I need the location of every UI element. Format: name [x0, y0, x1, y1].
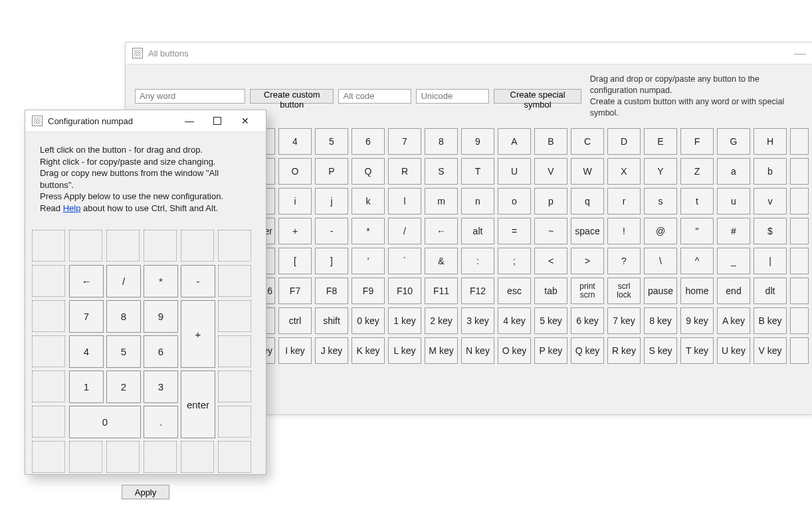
- key-button[interactable]: pause: [644, 278, 677, 304]
- key-button[interactable]: ;: [498, 248, 531, 274]
- key-button[interactable]: 6 key: [571, 307, 604, 334]
- key-button[interactable]: >: [571, 248, 604, 274]
- key-button[interactable]: @: [644, 218, 677, 244]
- key-button[interactable]: ctrl: [278, 307, 312, 334]
- numpad-key[interactable]: +: [181, 300, 215, 368]
- key-button[interactable]: F8: [315, 278, 348, 304]
- key-button[interactable]: 8: [425, 128, 458, 155]
- key-button[interactable]: G: [717, 128, 750, 155]
- key-button[interactable]: F10: [388, 278, 421, 304]
- key-button[interactable]: [790, 158, 809, 185]
- key-button[interactable]: 0 key: [352, 307, 385, 334]
- key-button[interactable]: -: [315, 218, 348, 244]
- key-button[interactable]: Y: [644, 158, 677, 185]
- numpad-key[interactable]: 3: [144, 371, 178, 403]
- numpad-key[interactable]: /: [106, 265, 141, 297]
- numpad-slot[interactable]: [144, 441, 177, 473]
- key-button[interactable]: F12: [461, 278, 494, 304]
- key-button[interactable]: 8 key: [644, 307, 677, 334]
- numpad-key[interactable]: 6: [144, 335, 178, 368]
- key-button[interactable]: 7: [388, 128, 421, 155]
- numpad-slot[interactable]: [69, 441, 102, 473]
- numpad-slot[interactable]: [32, 300, 65, 332]
- key-button[interactable]: A key: [717, 307, 750, 334]
- key-button[interactable]: S key: [644, 337, 677, 364]
- numpad-slot[interactable]: [181, 230, 214, 262]
- key-button[interactable]: 4: [278, 128, 312, 155]
- key-button[interactable]: *: [352, 218, 385, 244]
- key-button[interactable]: s: [644, 188, 677, 214]
- create-special-symbol-button[interactable]: Create special symbol: [494, 89, 581, 104]
- numpad-key[interactable]: 0: [69, 406, 141, 438]
- key-button[interactable]: 7 key: [607, 307, 641, 334]
- key-button[interactable]: A: [498, 128, 531, 155]
- key-button[interactable]: i: [278, 188, 312, 214]
- key-button[interactable]: B: [534, 128, 567, 155]
- key-button[interactable]: X: [607, 158, 641, 185]
- key-button[interactable]: D: [607, 128, 641, 155]
- numpad-key[interactable]: -: [181, 265, 215, 297]
- numpad-key[interactable]: 8: [106, 300, 141, 333]
- numpad-slot[interactable]: [32, 335, 65, 367]
- key-button[interactable]: m: [425, 188, 458, 214]
- key-button[interactable]: Q key: [571, 337, 604, 364]
- key-button[interactable]: R: [388, 158, 421, 185]
- key-button[interactable]: end: [717, 278, 750, 304]
- key-button[interactable]: [790, 248, 809, 274]
- key-button[interactable]: 5 key: [534, 307, 567, 334]
- key-button[interactable]: [790, 337, 809, 364]
- key-button[interactable]: k: [352, 188, 385, 214]
- key-button[interactable]: I key: [278, 337, 312, 364]
- key-button[interactable]: u: [717, 188, 750, 214]
- key-button[interactable]: v: [754, 188, 787, 214]
- numpad-key[interactable]: *: [144, 265, 178, 297]
- key-button[interactable]: !: [607, 218, 641, 244]
- key-button[interactable]: ←: [425, 218, 458, 244]
- apply-button[interactable]: Apply: [122, 485, 169, 499]
- key-button[interactable]: esc: [498, 278, 531, 304]
- key-button[interactable]: F11: [425, 278, 458, 304]
- key-button[interactable]: 1 key: [388, 307, 421, 334]
- key-button[interactable]: 9 key: [680, 307, 714, 334]
- key-button[interactable]: F: [680, 128, 714, 155]
- numpad-slot[interactable]: [106, 230, 140, 262]
- unicode-input[interactable]: [416, 89, 489, 104]
- key-button[interactable]: print scrn: [571, 278, 604, 304]
- key-button[interactable]: shift: [315, 307, 348, 334]
- key-button[interactable]: H: [754, 128, 787, 155]
- key-button[interactable]: o: [498, 188, 531, 214]
- key-button[interactable]: tab: [534, 278, 567, 304]
- key-button[interactable]: T: [461, 158, 494, 185]
- key-button[interactable]: scrl lock: [607, 278, 641, 304]
- maximize-button[interactable]: [203, 112, 231, 130]
- numpad-slot[interactable]: [32, 371, 65, 402]
- key-button[interactable]: |: [754, 248, 787, 274]
- key-button[interactable]: +: [278, 218, 312, 244]
- key-button[interactable]: [: [278, 248, 312, 274]
- numpad-slot[interactable]: [144, 230, 177, 262]
- minimize-button[interactable]: —: [175, 112, 203, 130]
- numpad-slot[interactable]: [218, 371, 251, 402]
- numpad-slot[interactable]: [69, 230, 102, 262]
- key-button[interactable]: t: [680, 188, 714, 214]
- key-button[interactable]: q: [571, 188, 604, 214]
- key-button[interactable]: K key: [352, 337, 385, 364]
- numpad-slot[interactable]: [32, 441, 65, 473]
- numpad-slot[interactable]: [218, 406, 251, 438]
- key-button[interactable]: 4 key: [498, 307, 531, 334]
- key-button[interactable]: ]: [315, 248, 348, 274]
- key-button[interactable]: 5: [315, 128, 348, 155]
- numpad-key[interactable]: 7: [69, 300, 104, 333]
- key-button[interactable]: 6: [352, 128, 385, 155]
- help-link[interactable]: Help: [63, 203, 81, 213]
- key-button[interactable]: E: [644, 128, 677, 155]
- create-custom-button[interactable]: Create custom button: [250, 89, 334, 104]
- key-button[interactable]: J key: [315, 337, 348, 364]
- key-button[interactable]: j: [315, 188, 348, 214]
- key-button[interactable]: ^: [680, 248, 714, 274]
- key-button[interactable]: V key: [754, 337, 787, 364]
- key-button[interactable]: U: [498, 158, 531, 185]
- key-button[interactable]: 2 key: [425, 307, 458, 334]
- key-button[interactable]: [790, 218, 809, 244]
- key-button[interactable]: O: [278, 158, 312, 185]
